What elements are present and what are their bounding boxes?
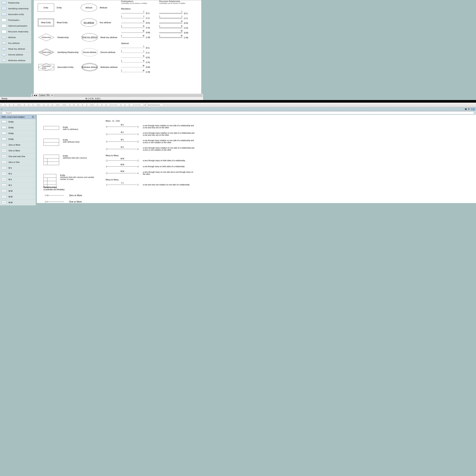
cardinality-ratio: (1:N) bbox=[184, 27, 191, 29]
stencil-item[interactable]: Weak key attribute bbox=[0, 46, 31, 52]
recursive-title: Recursive Relationship bbox=[159, 0, 196, 2]
cardinality-line[interactable]: N (0:N) bbox=[121, 56, 158, 59]
stencil-label: Associative entity bbox=[8, 13, 24, 16]
canvas-chen[interactable]: EntityEntityAttributeAttributeWeak Entit… bbox=[34, 0, 202, 95]
rect-icon bbox=[1, 30, 6, 33]
cardinality-ratio: (0:N) bbox=[184, 22, 191, 24]
stencil-item[interactable]: Attribute bbox=[0, 34, 31, 40]
stencil-item[interactable]: Relationship bbox=[0, 0, 31, 6]
cardinality-ratio: (0:M) bbox=[146, 32, 153, 34]
prev-icon[interactable]: ‖ bbox=[32, 94, 33, 96]
relationship-shape[interactable]: AssociativeEntity bbox=[38, 63, 55, 72]
stencil-label: Relationship bbox=[8, 2, 19, 4]
ellipse-icon bbox=[1, 47, 6, 51]
cardinality-ratio: (1:1) bbox=[146, 17, 153, 19]
cardinality-ratio: (0:M) bbox=[146, 66, 153, 68]
cardinality-ratio: (1:N) bbox=[146, 27, 153, 29]
stencil-item[interactable]: Optional participation bbox=[0, 23, 31, 29]
stencil-label: Participation bbox=[8, 19, 19, 21]
upper-app: RelationshipIdentifying relationshipAsso… bbox=[0, 0, 203, 100]
cardinality-line[interactable]: N (0:N) bbox=[159, 22, 196, 25]
attribute-label: Attribute bbox=[100, 6, 121, 9]
shape-label: Identifying Relationship bbox=[57, 51, 79, 53]
stencil-item[interactable]: Multivalue attribute bbox=[0, 58, 31, 63]
participations-title: Participations bbox=[121, 0, 158, 2]
stencil-item[interactable]: Associative entity bbox=[0, 12, 31, 17]
cardinality-line[interactable]: N (0:N) bbox=[121, 21, 158, 24]
cardinality-line[interactable]: 1M (1:M) bbox=[121, 36, 158, 39]
entity-shape[interactable]: Entity bbox=[38, 3, 54, 12]
stencil-item[interactable]: Key attribute bbox=[0, 40, 31, 46]
relationship-shape[interactable]: Relationship bbox=[38, 33, 55, 42]
cardinality-ratio: (0:1) bbox=[146, 47, 153, 49]
rect-icon bbox=[1, 18, 6, 22]
stencil-item[interactable]: Participation bbox=[0, 17, 31, 23]
attribute-label: Derived attribute bbox=[101, 51, 122, 53]
cardinality-ratio: (1:M) bbox=[184, 37, 191, 39]
mandatory-label: Mandatory bbox=[121, 8, 158, 10]
ellipse-icon bbox=[1, 36, 6, 39]
attribute-shape[interactable]: Multivalue attribute bbox=[82, 63, 98, 71]
cardinality-line[interactable]: 11 (1:1) bbox=[121, 17, 158, 19]
attribute-shape[interactable]: Attribute bbox=[81, 3, 97, 12]
cardinality-line[interactable]: 1M (1:M) bbox=[121, 70, 158, 73]
attribute-label: Multivalue attribute bbox=[101, 66, 122, 68]
attribute-shape[interactable]: Weak key attribute bbox=[82, 33, 98, 41]
diamond-icon bbox=[1, 7, 6, 10]
cardinality-line[interactable]: 1 (0:1) bbox=[121, 46, 158, 49]
cardinality-ratio: (1:M) bbox=[146, 71, 153, 73]
cardinality-ratio: (1:M) bbox=[146, 36, 153, 38]
attribute-shape[interactable]: Derived attribute bbox=[82, 48, 98, 56]
participations-subtitle: Cardinality can be shown or hidden bbox=[121, 2, 158, 4]
shape-label: Associative Entity bbox=[57, 66, 79, 68]
rect-icon bbox=[1, 24, 6, 28]
diamond-icon bbox=[1, 1, 6, 4]
shape-label: Weak Entity bbox=[57, 21, 78, 24]
stencil-label: Recursive relationship bbox=[8, 31, 28, 33]
footer-scrollbar[interactable]: ‖ ◀ ▶ Custom 79% ⇅ bbox=[31, 94, 203, 97]
cardinality-line[interactable]: 1 (0:1) bbox=[159, 12, 196, 15]
cardinality-line[interactable]: M (0:M) bbox=[121, 66, 158, 68]
cardinality-line[interactable]: 11 (1:1) bbox=[121, 51, 158, 54]
cardinality-ratio: (1:N) bbox=[146, 61, 153, 63]
cardinality-line[interactable]: M (0:M) bbox=[159, 31, 196, 34]
attribute-label: Weak key attribute bbox=[101, 36, 122, 38]
cardinality-line[interactable]: 1N (1:N) bbox=[121, 26, 158, 29]
cardinality-line[interactable]: 1 (0:1) bbox=[121, 12, 158, 15]
entity-shape[interactable]: Weak Entity bbox=[38, 18, 54, 27]
cardinality-line[interactable]: M (0:M) bbox=[121, 31, 158, 34]
attribute-shape[interactable]: Key attribute bbox=[81, 18, 97, 27]
cardinality-line[interactable]: 1N (1:N) bbox=[159, 26, 196, 29]
cardinality-ratio: (0:1) bbox=[146, 12, 153, 14]
playback-fwd-icon[interactable]: ▶ bbox=[36, 94, 37, 96]
cardinality-line[interactable]: 1M (1:M) bbox=[159, 36, 196, 39]
stencil-label: Key attribute bbox=[8, 42, 20, 44]
horizontal-scrollbar[interactable] bbox=[53, 94, 202, 96]
stencil-sidebar: RelationshipIdentifying relationshipAsso… bbox=[0, 0, 31, 63]
stencil-label: Optional participation bbox=[8, 25, 27, 27]
shape-label: Relationship bbox=[57, 36, 79, 38]
stencil-label: Derived attribute bbox=[8, 53, 23, 56]
playback-back-icon[interactable]: ◀ bbox=[34, 94, 35, 96]
recursive-subtitle: Cardinality can be shown or hidden bbox=[159, 2, 196, 4]
cardinality-ratio: (0:N) bbox=[146, 56, 153, 59]
stencil-label: Weak key attribute bbox=[8, 48, 25, 50]
ellipse-icon bbox=[1, 41, 6, 45]
cardinality-ratio: (1:1) bbox=[184, 17, 191, 19]
cardinality-ratio: (0:N) bbox=[146, 22, 153, 24]
stencil-item[interactable]: Recursive relationship bbox=[0, 29, 31, 34]
ellipse-icon bbox=[1, 59, 6, 62]
recursive-column: Recursive Relationship Cardinality can b… bbox=[159, 0, 196, 41]
stencil-label: Identifying relationship bbox=[8, 7, 28, 10]
cardinality-line[interactable]: 1N (1:N) bbox=[121, 61, 158, 64]
cardinality-line[interactable]: 11 (1:1) bbox=[159, 17, 196, 20]
cardinality-ratio: (1:1) bbox=[146, 52, 153, 54]
stencil-label: Attribute bbox=[8, 36, 16, 38]
stencil-item[interactable]: Identifying relationship bbox=[0, 6, 31, 12]
cardinality-ratio: (0:M) bbox=[184, 32, 191, 34]
stencil-item[interactable]: Derived attribute bbox=[0, 52, 31, 58]
relationship-shape[interactable]: Relationship bbox=[38, 48, 55, 57]
zoom-select[interactable]: Custom 79% bbox=[38, 94, 51, 97]
zoom-stepper-icon[interactable]: ⇅ bbox=[51, 94, 53, 96]
ellipse-icon bbox=[1, 53, 6, 56]
